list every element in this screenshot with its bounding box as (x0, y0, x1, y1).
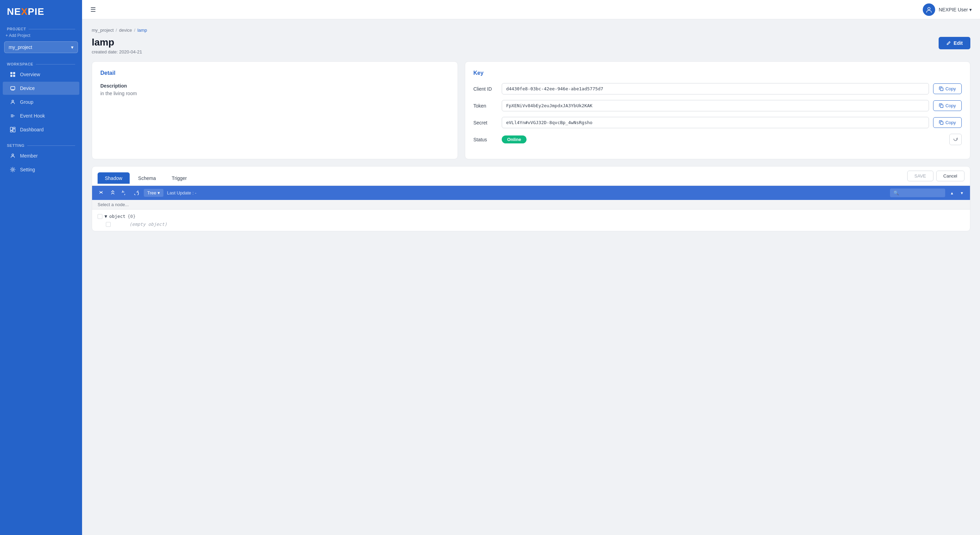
user-name-display[interactable]: NEXPIE User ▾ (939, 7, 972, 13)
tree-empty-checkbox[interactable] (106, 222, 111, 227)
cards-row: Detail Description in the living room Ke… (92, 61, 970, 159)
description-label: Description (100, 83, 449, 89)
sidebar-item-label: Setting (20, 167, 35, 172)
tree-root-type: {0} (127, 214, 135, 219)
workspace-section-label: WORKSPACE (0, 59, 82, 68)
member-icon (10, 153, 16, 159)
tree-body: ▼ object {0} (empty object) (92, 210, 970, 231)
page-title: lamp (92, 37, 142, 48)
breadcrumb: my_project / device / lamp (92, 28, 970, 33)
svg-point-5 (12, 100, 14, 102)
sidebar-item-label: Overview (20, 72, 40, 77)
save-button[interactable]: SAVE (907, 171, 934, 181)
description-value: in the living room (100, 90, 449, 96)
client-id-row: Client ID Copy (473, 83, 962, 94)
setting-section-label: SETTING (0, 140, 82, 149)
project-selector[interactable]: my_project ▾ (4, 41, 78, 53)
key-card-title: Key (473, 70, 962, 76)
breadcrumb-sep-1: / (116, 28, 117, 33)
token-label: Token (473, 103, 498, 109)
tabs-section: Shadow Schema Trigger SAVE Cancel (92, 166, 970, 231)
sidebar-item-label: Group (20, 99, 33, 105)
tree-empty-label: (empty object) (113, 222, 167, 227)
breadcrumb-current: lamp (137, 28, 147, 33)
edit-button[interactable]: Edit (939, 37, 970, 49)
tree-view-selector[interactable]: Tree ▾ (144, 189, 164, 197)
svg-rect-8 (13, 127, 15, 129)
refresh-button[interactable] (949, 134, 962, 145)
sidebar-item-group[interactable]: Group (3, 95, 79, 109)
tab-schema[interactable]: Schema (131, 172, 163, 184)
device-icon (10, 85, 16, 91)
svg-rect-2 (10, 75, 13, 77)
sidebar-item-label: Device (20, 86, 35, 91)
tree-expand-all-button[interactable] (97, 189, 105, 197)
tree-root-expand[interactable]: ▼ (105, 214, 107, 219)
sidebar: NEXPIE PROJECT + Add Project my_project … (0, 0, 82, 535)
hamburger-icon[interactable]: ☰ (90, 6, 96, 13)
tree-collapse-all-button[interactable] (109, 189, 117, 197)
client-id-label: Client ID (473, 86, 498, 92)
svg-rect-3 (13, 75, 15, 77)
tree-undo-button[interactable] (120, 189, 129, 197)
breadcrumb-device[interactable]: device (119, 28, 132, 33)
tabs-header: Shadow Schema Trigger SAVE Cancel (92, 167, 970, 186)
cancel-button[interactable]: Cancel (936, 171, 964, 181)
group-icon (10, 99, 16, 105)
secret-copy-button[interactable]: Copy (933, 117, 962, 128)
detail-card-title: Detail (100, 70, 449, 76)
status-badge: Online (502, 135, 527, 143)
tab-actions: SAVE Cancel (907, 171, 964, 186)
svg-point-11 (12, 169, 14, 171)
tree-search-down-button[interactable]: ▼ (959, 190, 965, 196)
tree-toolbar: Tree ▾ Last Update : - ▲ ▼ (92, 186, 970, 200)
svg-rect-1 (13, 72, 15, 74)
tree-redo-button[interactable] (132, 189, 140, 197)
secret-input[interactable] (502, 117, 929, 128)
tree-last-update: Last Update : - (167, 190, 196, 195)
app-logo: NEXPIE (7, 6, 45, 17)
tabs-list: Shadow Schema Trigger (98, 172, 194, 184)
svg-rect-6 (10, 127, 13, 130)
sidebar-item-member[interactable]: Member (3, 149, 79, 162)
logo-area: NEXPIE (0, 0, 82, 24)
tree-search-up-button[interactable]: ▲ (949, 190, 955, 196)
client-id-copy-button[interactable]: Copy (933, 83, 962, 94)
client-id-input[interactable] (502, 83, 929, 94)
breadcrumb-project[interactable]: my_project (92, 28, 114, 33)
dashboard-icon (10, 127, 16, 133)
svg-point-12 (928, 7, 930, 10)
secret-row: Secret Copy (473, 117, 962, 128)
svg-rect-15 (940, 122, 943, 124)
main-area: ☰ NEXPIE User ▾ my_project / device / la… (82, 0, 980, 535)
tree-root-checkbox[interactable] (98, 214, 102, 219)
detail-card: Detail Description in the living room (92, 61, 458, 159)
tree-search-input[interactable] (890, 189, 945, 197)
sidebar-item-overview[interactable]: Overview (3, 68, 79, 81)
sidebar-item-label: Dashboard (20, 127, 44, 132)
sidebar-item-device[interactable]: Device (3, 82, 79, 95)
svg-rect-0 (10, 72, 13, 74)
tree-root-row: ▼ object {0} (92, 212, 970, 220)
gear-icon (10, 167, 16, 173)
status-row: Status Online (473, 134, 962, 145)
add-project-link[interactable]: + Add Project (6, 33, 30, 38)
svg-rect-4 (11, 87, 15, 90)
tree-root-key: object (109, 214, 126, 219)
key-card: Key Client ID Copy Token Copy (465, 61, 970, 159)
token-input[interactable] (502, 100, 929, 111)
sidebar-item-eventhook[interactable]: Event Hook (3, 109, 79, 122)
project-section-label: PROJECT (0, 24, 82, 32)
tab-shadow[interactable]: Shadow (98, 172, 130, 184)
token-row: Token Copy (473, 100, 962, 111)
svg-rect-7 (13, 129, 15, 132)
svg-rect-14 (940, 105, 943, 108)
svg-rect-13 (940, 88, 943, 90)
sidebar-item-setting[interactable]: Setting (3, 163, 79, 176)
topbar: ☰ NEXPIE User ▾ (82, 0, 980, 19)
topbar-right: NEXPIE User ▾ (923, 3, 972, 16)
token-copy-button[interactable]: Copy (933, 100, 962, 111)
sidebar-item-dashboard[interactable]: Dashboard (3, 123, 79, 136)
topbar-left: ☰ (90, 6, 96, 13)
tab-trigger[interactable]: Trigger (164, 172, 194, 184)
